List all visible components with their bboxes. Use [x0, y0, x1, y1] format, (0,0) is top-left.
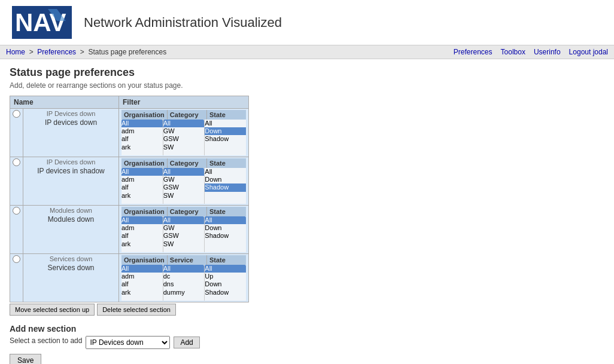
filter-cell: Organisation Category State Alladmalfark… [119, 206, 249, 254]
state-select-wrap: AllUpDownShadow [205, 265, 246, 301]
main-content: Status page preferences Add, delete or r… [0, 59, 614, 364]
col-filter-header: Filter [119, 96, 249, 109]
move-up-button[interactable]: Move selected section up [10, 304, 95, 316]
filter-cell: Organisation Category State Alladmalfark… [119, 109, 249, 157]
col2-select[interactable]: AllGWGSWSW [163, 216, 205, 252]
page-subtitle: Add, delete or rearrange sections on you… [10, 81, 604, 90]
state-header: State [207, 255, 246, 265]
section-label: Modules down [26, 207, 116, 214]
nav-logo: NAV [12, 6, 72, 39]
add-section: Add new section Select a section to add … [10, 324, 604, 364]
filter-header-row: Organisation Service State [121, 255, 246, 265]
state-select-wrap: AllDownShadow [205, 168, 246, 204]
org-select-wrap: Alladmalfark [121, 120, 163, 155]
section-label: IP Devices down [26, 110, 116, 117]
delete-button[interactable]: Delete selected section [97, 304, 176, 316]
state-select[interactable]: AllDownShadow [205, 120, 246, 155]
navbar: Home > Preferences > Status page prefere… [0, 45, 614, 59]
section-name: Services down [47, 264, 94, 272]
breadcrumb-preferences[interactable]: Preferences [37, 48, 76, 56]
nav-link-userinfo[interactable]: Userinfo [534, 48, 561, 56]
table-row: IP Devices downIP devices in shadow Orga… [10, 157, 249, 206]
col2-select-wrap: AllGWGSWSW [163, 120, 205, 155]
sections-table: Name Filter IP Devices downIP devices do… [10, 96, 249, 302]
col2-header: Category [168, 158, 207, 168]
filter-cell: Organisation Service State AlladmalfarkA… [119, 254, 249, 302]
state-select[interactable]: AllDownShadow [205, 168, 246, 204]
section-name-cell: Modules downModules down [23, 206, 119, 254]
col2-select-wrap: AllGWGSWSW [163, 168, 205, 204]
col2-header: Category [168, 207, 207, 216]
filter-lists-row: AlladmalfarkAlldcdnsdummyAllUpDownShadow [121, 265, 246, 301]
breadcrumb-home[interactable]: Home [6, 48, 25, 56]
org-header: Organisation [121, 207, 168, 216]
state-header: State [207, 158, 246, 168]
filter-lists-row: AlladmalfarkAllGWGSWSWAllDownShadow [121, 168, 246, 204]
state-select[interactable]: AllUpDownShadow [205, 265, 246, 301]
table-row: Services downServices down Organisation … [10, 254, 249, 302]
add-button[interactable]: Add [174, 337, 199, 348]
nav-link-logout[interactable]: Logout jodal [569, 48, 608, 56]
col2-select-wrap: AllGWGSWSW [163, 216, 205, 252]
col2-select[interactable]: AllGWGSWSW [163, 168, 205, 204]
section-radio-1[interactable] [13, 110, 20, 118]
radio-cell [10, 109, 23, 157]
org-header: Organisation [121, 158, 168, 168]
org-select[interactable]: Alladmalfark [121, 168, 163, 204]
radio-cell [10, 157, 23, 206]
header: NAV Network Administration Visualized [0, 0, 614, 45]
section-radio-2[interactable] [13, 158, 20, 166]
section-label: IP Devices down [26, 158, 116, 166]
org-select-wrap: Alladmalfark [121, 216, 163, 252]
org-select[interactable]: Alladmalfark [121, 216, 163, 252]
section-name: IP devices in shadow [37, 167, 105, 175]
org-header: Organisation [121, 255, 168, 265]
logo-area: NAV Network Administration Visualized [12, 6, 282, 39]
org-header: Organisation [121, 110, 168, 120]
col2-header: Service [168, 255, 207, 265]
app-title: Network Administration Visualized [84, 15, 282, 30]
breadcrumb-current: Status page preferences [88, 48, 166, 56]
section-name-cell: IP Devices downIP devices down [23, 109, 119, 157]
section-radio-3[interactable] [13, 207, 20, 215]
filter-header-row: Organisation Category State [121, 158, 246, 168]
filter-cell: Organisation Category State Alladmalfark… [119, 157, 249, 206]
col2-select-wrap: Alldcdnsdummy [163, 265, 205, 301]
state-select[interactable]: AllDownShadow [205, 216, 246, 252]
page-title: Status page preferences [10, 66, 604, 79]
add-section-row: Select a section to add IP Devices downI… [10, 336, 604, 349]
table-row: Modules downModules down Organisation Ca… [10, 206, 249, 254]
org-select[interactable]: Alladmalfark [121, 265, 163, 301]
filter-lists-row: AlladmalfarkAllGWGSWSWAllDownShadow [121, 120, 246, 155]
section-type-select[interactable]: IP Devices downIP Devices in shadowModul… [86, 336, 170, 349]
org-select-wrap: Alladmalfark [121, 265, 163, 301]
section-name-cell: IP Devices downIP devices in shadow [23, 157, 119, 206]
table-buttons: Move selected section up Delete selected… [10, 304, 604, 316]
org-select[interactable]: Alladmalfark [121, 120, 163, 155]
section-radio-4[interactable] [13, 255, 20, 263]
section-name: IP devices down [45, 118, 97, 127]
radio-cell [10, 206, 23, 254]
breadcrumb: Home > Preferences > Status page prefere… [6, 48, 166, 56]
col2-select[interactable]: Alldcdnsdummy [163, 265, 205, 301]
section-name: Modules down [48, 215, 94, 224]
filter-lists-row: AlladmalfarkAllGWGSWSWAllDownShadow [121, 216, 246, 252]
nav-links: Preferences Toolbox Userinfo Logout joda… [454, 48, 608, 56]
state-header: State [207, 110, 246, 120]
filter-header-row: Organisation Category State [121, 110, 246, 120]
nav-link-toolbox[interactable]: Toolbox [501, 48, 525, 56]
section-name-cell: Services downServices down [23, 254, 119, 302]
radio-cell [10, 254, 23, 302]
col-name-header: Name [10, 96, 119, 109]
sections-tbody: IP Devices downIP devices down Organisat… [10, 109, 249, 302]
state-select-wrap: AllDownShadow [205, 216, 246, 252]
table-row: IP Devices downIP devices down Organisat… [10, 109, 249, 157]
org-select-wrap: Alladmalfark [121, 168, 163, 204]
add-section-title: Add new section [10, 324, 604, 334]
save-button[interactable]: Save [10, 354, 41, 364]
state-select-wrap: AllDownShadow [205, 120, 246, 155]
nav-link-preferences[interactable]: Preferences [454, 48, 493, 56]
add-section-label: Select a section to add [10, 337, 82, 345]
col2-select[interactable]: AllGWGSWSW [163, 120, 205, 155]
col2-header: Category [168, 110, 207, 120]
